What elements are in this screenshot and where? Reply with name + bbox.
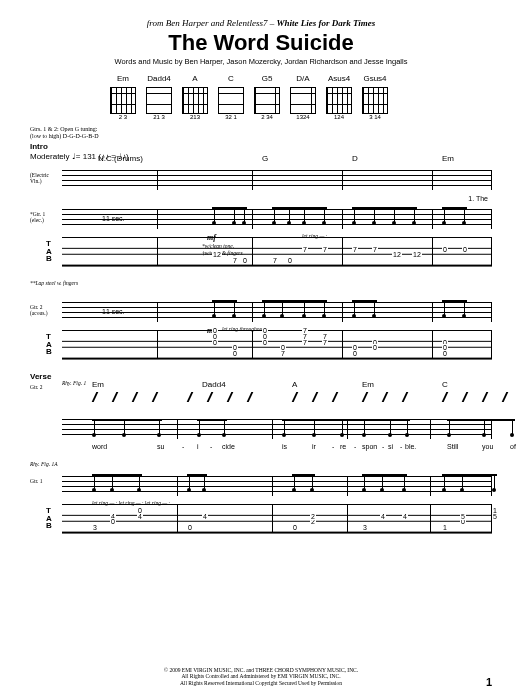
rhythm-slash	[462, 392, 468, 402]
tab-fret: 7	[322, 246, 328, 253]
tab-fret: 0	[372, 344, 378, 351]
tab-fret: 0	[137, 507, 143, 514]
tab-fret: 0	[287, 257, 293, 264]
verse-staff-vocal: wordsu-i-cideisir-re-spon-si-ble.Stillyo…	[30, 413, 492, 445]
chord-symbol: Em	[442, 154, 454, 163]
tab-fret: 0	[352, 344, 358, 351]
gtr2-label: Gtr. 2	[30, 384, 60, 390]
tab-3: TAB 340400402234410551	[62, 504, 492, 538]
tab-fret: 2	[310, 513, 316, 520]
tab-fret: 0	[232, 344, 238, 351]
tab-fret: 7	[232, 257, 238, 264]
lyric-syllable: -	[382, 443, 384, 450]
album-title: White Lies for Dark Times	[276, 18, 375, 28]
page-number: 1	[486, 676, 492, 688]
verse-staff-gtr1: Rhy. Fig. 1A Gtr. 1 let ring — · let rin…	[30, 452, 492, 538]
chord-diagram: Dadd421 3	[146, 74, 172, 120]
tab-2: TAB 0000000070777770000000	[62, 330, 492, 364]
chord-diagram: Asus4 124	[326, 74, 352, 120]
rhythm-slash	[92, 392, 98, 402]
lyric-syllable: cide	[222, 443, 235, 450]
lyric-syllable: ble.	[405, 443, 416, 450]
rhythm-slash	[312, 392, 318, 402]
chord-diagram: A213	[182, 74, 208, 120]
tab-fret: 1	[442, 524, 448, 531]
chord-symbol: N.C.	[98, 154, 114, 163]
rhythm-slash	[382, 392, 388, 402]
tab-fret: 3	[92, 524, 98, 531]
staff3-label: **Lap steel w. fingers	[30, 280, 78, 286]
tab-fret: 1	[492, 507, 498, 514]
intro-staff-1: (Electric Vln.) N.C.(Drums)GDEm 1. The	[30, 164, 492, 196]
tab-fret: 4	[402, 513, 408, 520]
rhythm-slash	[207, 392, 213, 402]
copyright: © 2009 EMI VIRGIN MUSIC, INC. and THREE …	[0, 667, 522, 686]
intro-label: Intro	[30, 142, 492, 151]
tab-fret: 0	[292, 524, 298, 531]
tab-fret: 7	[322, 333, 328, 340]
tab-1: TAB 1270707777121200	[62, 237, 492, 271]
intro-section: Intro Moderately ♩= 131 (♪♪ = ♩♪) (Elect…	[30, 142, 492, 364]
lyric-syllable: -	[332, 443, 334, 450]
chord-symbol: D	[352, 154, 358, 163]
chord-diagram: G52 34	[254, 74, 280, 120]
chord-diagram: D/A1324	[290, 74, 316, 120]
rhythm-slash	[112, 392, 118, 402]
tab-fret: 5	[460, 513, 466, 520]
rhythm-slash	[132, 392, 138, 402]
lyric-syllable: ir	[312, 443, 316, 450]
tab-fret: 0	[462, 246, 468, 253]
credits: Words and Music by Ben Harper, Jason Moz…	[30, 57, 492, 66]
rhythm-slash	[482, 392, 488, 402]
tab-fret: 0	[280, 344, 286, 351]
tab-fret: 12	[392, 251, 402, 258]
lyric-syllable: i	[197, 443, 199, 450]
page-title: The Word Suicide	[30, 30, 492, 56]
rhy-fig-1a: Rhy. Fig. 1A	[30, 461, 58, 467]
lyric-syllable: re	[340, 443, 346, 450]
tuning-l2: (low to high) D-G-D-G-B-D	[30, 133, 492, 140]
rhythm-slash	[332, 392, 338, 402]
lyric-syllable: su	[157, 443, 164, 450]
lyric-syllable: si	[388, 443, 393, 450]
header: from Ben Harper and Relentless7 – White …	[30, 18, 492, 66]
verse-staff-rhy1: Gtr. 2 EmDadd4AEmC Rhy. Fig. 1	[30, 382, 492, 406]
tab-fret: 0	[262, 327, 268, 334]
tuning-l1: Gtrs. 1 & 2: Open G tuning:	[30, 126, 492, 133]
rhythm-slash	[502, 392, 508, 402]
chord-diagram: Gsus43 14	[362, 74, 388, 120]
staff2-label: *Gtr. 1 (elec.)	[30, 211, 60, 223]
gtr1-label: Gtr. 1	[30, 478, 60, 484]
lyric-syllable: -	[182, 443, 184, 450]
chord-diagram: Em2 3	[110, 74, 136, 120]
rhythm-slash	[152, 392, 158, 402]
lyric-syllable: -	[210, 443, 212, 450]
chord-diagram-row: Em2 3Dadd421 3A213C32 1G52 34D/A1324Asus…	[110, 74, 492, 120]
lyric-syllable: word	[92, 443, 107, 450]
tab-fret: 0	[110, 518, 116, 525]
tab-fret: 7	[372, 246, 378, 253]
tab-fret: 4	[202, 513, 208, 520]
rhythm-slash	[402, 392, 408, 402]
lyric-syllable: you	[482, 443, 493, 450]
intro-staff-2: *Gtr. 1 (elec.) 11 sec. mf *w/clean tone…	[30, 203, 492, 289]
verse-section: Verse Gtr. 2 EmDadd4AEmC Rhy. Fig. 1 wor…	[30, 372, 492, 538]
rhythm-slash	[227, 392, 233, 402]
rhythm-slash	[187, 392, 193, 402]
tab-fret: 4	[380, 513, 386, 520]
rhythm-slash	[362, 392, 368, 402]
chord-symbol: G	[262, 154, 268, 163]
tab-fret: 7	[272, 257, 278, 264]
tab-fret: 12	[212, 251, 222, 258]
album-prefix: from Ben Harper and Relentless7 –	[147, 18, 274, 28]
tab-fret: 0	[242, 257, 248, 264]
intro-staff-4: Gtr. 2 (acous.) 11 sec. mf let ring thro…	[30, 296, 492, 364]
tab-fret: 7	[352, 246, 358, 253]
tuning-note: Gtrs. 1 & 2: Open G tuning: (low to high…	[30, 126, 492, 140]
tab-fret: 0	[187, 524, 193, 531]
tab-fret: 12	[412, 251, 422, 258]
rhythm-slash	[442, 392, 448, 402]
cpy-l3: All Rights Reserved International Copyri…	[0, 680, 522, 686]
tab-fret: 7	[302, 246, 308, 253]
chord-diagram: C32 1	[218, 74, 244, 120]
